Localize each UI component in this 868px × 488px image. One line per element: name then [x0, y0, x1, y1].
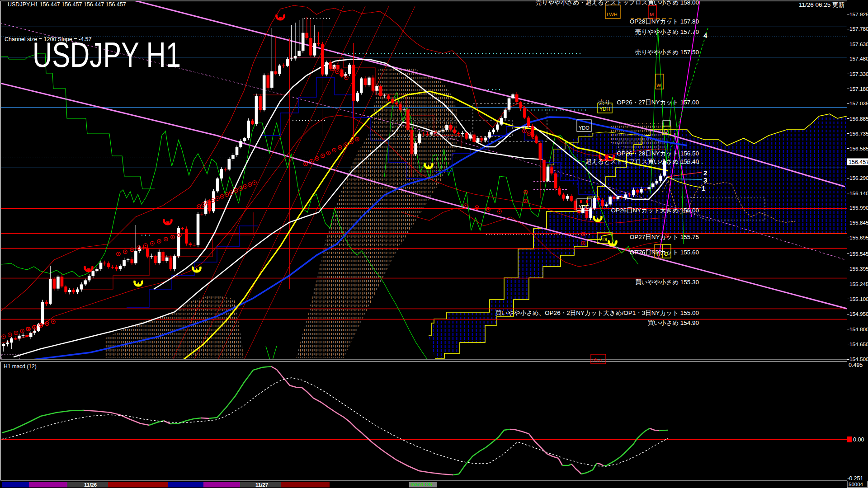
svg-text:USDJPY,H1 156.447 156.457 156: USDJPY,H1 156.447 156.457 156.447 156.45…	[8, 1, 126, 8]
svg-text:156.885: 156.885	[849, 116, 868, 122]
svg-text:YDH: YDH	[599, 106, 610, 112]
svg-text:1: 1	[702, 184, 705, 192]
svg-text:157.925: 157.925	[849, 11, 868, 18]
svg-text:155.990: 155.990	[849, 205, 868, 211]
svg-text:USDJPY H1: USDJPY H1	[33, 35, 181, 75]
svg-text:売りやや小さめ・超えるとストップロス買い小さめ 158.00: 売りやや小さめ・超えるとストップロス買い小さめ 158.00	[536, 0, 699, 6]
svg-text:156.585: 156.585	[849, 145, 868, 152]
svg-text:157.780: 157.780	[849, 26, 868, 32]
svg-text:OP26・28日NYカット 156.50: OP26・28日NYカット 156.50	[617, 150, 699, 157]
svg-text:156.735: 156.735	[849, 131, 868, 137]
svg-text:157.480: 157.480	[849, 56, 868, 62]
svg-text:macd ON: macd ON	[410, 482, 433, 487]
svg-text:売り、OP26・27日NYカット 157.00: 売り、OP26・27日NYカット 157.00	[598, 99, 699, 106]
svg-text:W: W	[656, 83, 661, 88]
svg-text:OP26日NYカット大きめ 156.00: OP26日NYカット大きめ 156.00	[611, 207, 699, 214]
svg-text:LWH: LWH	[607, 12, 618, 17]
svg-text:2: 2	[703, 169, 707, 177]
svg-text:11/27: 11/27	[255, 482, 268, 488]
svg-text:買いやや小さめ、OP26・2日NYカット大きめ/OP1・3日: 買いやや小さめ、OP26・2日NYカット大きめ/OP1・3日NYカット 155.…	[495, 310, 699, 316]
svg-text:売りやや小さめ 157.50: 売りやや小さめ 157.50	[635, 49, 699, 56]
svg-text:155.845: 155.845	[849, 220, 868, 226]
svg-text:157.035: 157.035	[849, 100, 868, 107]
svg-text:154.650: 154.650	[849, 341, 868, 347]
svg-text:155.545: 155.545	[849, 251, 868, 257]
svg-text:YDC: YDC	[579, 204, 589, 210]
svg-text:H1 macd (12): H1 macd (12)	[4, 363, 37, 370]
svg-text:157.630: 157.630	[849, 41, 868, 47]
svg-text:156.290: 156.290	[849, 175, 868, 181]
svg-text:0.495: 0.495	[849, 362, 863, 368]
svg-text:YDL: YDL	[599, 237, 609, 242]
svg-text:50004: 50004	[849, 482, 863, 487]
svg-text:OP27日NYカット 155.75: OP27日NYカット 155.75	[630, 234, 699, 240]
svg-text:YDO: YDO	[579, 125, 590, 131]
svg-text:4: 4	[703, 32, 708, 39]
svg-text:156.457: 156.457	[849, 159, 868, 165]
svg-text:155.695: 155.695	[849, 235, 868, 241]
svg-text:154.800: 154.800	[849, 326, 868, 333]
svg-text:154.950: 154.950	[849, 311, 868, 317]
svg-text:157.180: 157.180	[849, 86, 868, 92]
svg-text:155.245: 155.245	[849, 281, 868, 287]
svg-text:-0.251: -0.251	[847, 475, 863, 482]
svg-text:156.140: 156.140	[849, 190, 868, 197]
svg-text:11/26 06:25 更新: 11/26 06:25 更新	[799, 1, 845, 8]
svg-text:155.395: 155.395	[849, 266, 868, 272]
svg-text:155.100: 155.100	[849, 296, 868, 302]
svg-text:157.330: 157.330	[849, 71, 868, 77]
svg-text:11/26: 11/26	[84, 482, 97, 488]
svg-text:売りやや小さめ 157.70: 売りやや小さめ 157.70	[635, 28, 699, 35]
svg-text:超えるとストップロス買い小さめ 156.40: 超えるとストップロス買い小さめ 156.40	[585, 158, 699, 165]
svg-text:0.00: 0.00	[853, 436, 864, 443]
svg-text:M: M	[650, 12, 654, 17]
svg-text:買いやや小さめ 155.30: 買いやや小さめ 155.30	[635, 279, 699, 286]
svg-text:買い小さめ 154.90: 買い小さめ 154.90	[648, 319, 699, 326]
svg-text:OP26日NYカット 155.60: OP26日NYカット 155.60	[630, 249, 699, 256]
svg-text:3: 3	[703, 176, 707, 184]
svg-text:OP28日NYカット 157.80: OP28日NYカット 157.80	[630, 18, 699, 25]
svg-text:D: D	[664, 128, 668, 134]
